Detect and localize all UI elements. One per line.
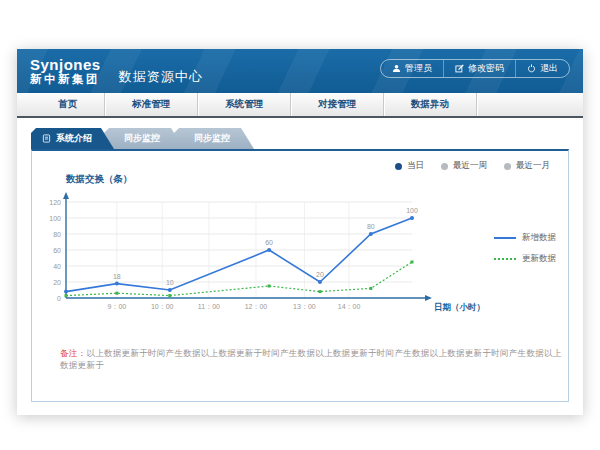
svg-text:日期（小时）: 日期（小时） [434,302,485,312]
svg-text:11：00: 11：00 [198,303,220,310]
change-password-button[interactable]: 修改密码 [443,60,515,77]
chart-row: 0204060801001209：0010：0011：0012：0013：001… [32,190,568,324]
page: Synjones 新中新集团 数据资源中心 管理员 修改密码 退出 [0,0,600,450]
exchange-chart-svg: 0204060801001209：0010：0011：0012：0013：001… [40,190,492,324]
nav-item-data-changes[interactable]: 数据异动 [384,93,477,116]
chart-legend: 新增数据 更新数据 [494,232,556,324]
legend-swatch-update [494,258,516,260]
nav-item-home[interactable]: 首页 [31,93,105,116]
y-axis-title: 数据交换（条） [66,173,568,186]
user-name-label: 管理员 [405,62,432,75]
radio-label: 最近一月 [516,160,550,172]
svg-text:12：00: 12：00 [245,303,268,310]
logo-secondary: 新中新集团 [30,73,101,85]
legend-label: 更新数据 [522,253,556,265]
logout-label: 退出 [540,62,558,75]
footnote: 备注：以上数据更新于时间产生数据以上数据更新于时间产生数据以上数据更新于时间产生… [60,348,568,372]
tab-label: 同步监控 [194,132,230,145]
user-pill: 管理员 修改密码 退出 [380,59,570,78]
svg-text:60: 60 [53,247,61,254]
svg-text:14：00: 14：00 [338,303,361,310]
svg-text:80: 80 [367,223,375,230]
power-icon [527,64,536,73]
svg-text:100: 100 [49,215,61,222]
logo-primary: Synjones [30,57,101,73]
edit-icon [455,64,464,73]
tab-sync-monitor-1[interactable]: 同步监控 [104,128,184,149]
radio-dot-icon [395,163,402,170]
nav-item-integration-management[interactable]: 对接管理 [291,93,384,116]
legend-item-new-data: 新增数据 [494,232,556,244]
change-password-label: 修改密码 [468,62,504,75]
tab-sync-monitor-2[interactable]: 同步监控 [174,128,254,149]
radio-label: 当日 [407,160,424,172]
radio-label: 最近一周 [453,160,487,172]
person-icon [392,64,401,73]
radio-option-today[interactable]: 当日 [395,160,424,172]
svg-text:18: 18 [113,273,121,280]
header: Synjones 新中新集团 数据资源中心 管理员 修改密码 退出 [17,49,583,93]
logout-button[interactable]: 退出 [515,60,569,77]
nav-item-standard-management[interactable]: 标准管理 [105,93,198,116]
brand-logo: Synjones 新中新集团 [30,57,101,86]
footnote-text: 以上数据更新于时间产生数据以上数据更新于时间产生数据以上数据更新于时间产生数据以… [60,348,562,370]
svg-text:10：00: 10：00 [151,303,174,310]
document-icon [42,134,51,143]
navbar: 首页 标准管理 系统管理 对接管理 数据异动 [17,93,583,118]
radio-option-last-week[interactable]: 最近一周 [441,160,487,172]
svg-text:40: 40 [53,263,61,270]
svg-text:100: 100 [406,207,418,214]
legend-swatch-new [494,237,516,239]
radio-option-last-month[interactable]: 最近一月 [504,160,550,172]
radio-dot-icon [504,163,511,170]
chart-panel: 当日 最近一周 最近一月 数据交换（条） 0204060801001209：00… [31,149,569,402]
svg-text:0: 0 [57,295,61,302]
svg-text:9：00: 9：00 [108,303,127,310]
tab-label: 系统介绍 [56,132,92,145]
tabs: 系统介绍 同步监控 同步监控 [31,128,569,149]
nav-item-system-management[interactable]: 系统管理 [198,93,291,116]
legend-item-update-data: 更新数据 [494,253,556,265]
content: 系统介绍 同步监控 同步监控 当日 最近一周 [17,118,583,402]
app-title: 数据资源中心 [119,68,203,86]
tab-system-intro[interactable]: 系统介绍 [31,128,114,149]
svg-text:20: 20 [53,279,61,286]
user-menu-button[interactable]: 管理员 [381,60,443,77]
legend-label: 新增数据 [522,232,556,244]
svg-text:13：00: 13：00 [293,303,316,310]
svg-text:120: 120 [49,199,61,206]
svg-text:80: 80 [53,231,61,238]
svg-text:20: 20 [316,271,324,278]
svg-text:10: 10 [166,279,174,286]
time-range-filter: 当日 最近一周 最近一月 [395,160,550,172]
tab-label: 同步监控 [124,132,160,145]
radio-dot-icon [441,163,448,170]
app-window: Synjones 新中新集团 数据资源中心 管理员 修改密码 退出 [17,49,583,415]
footnote-prefix: 备注： [60,348,86,358]
svg-text:60: 60 [265,239,273,246]
